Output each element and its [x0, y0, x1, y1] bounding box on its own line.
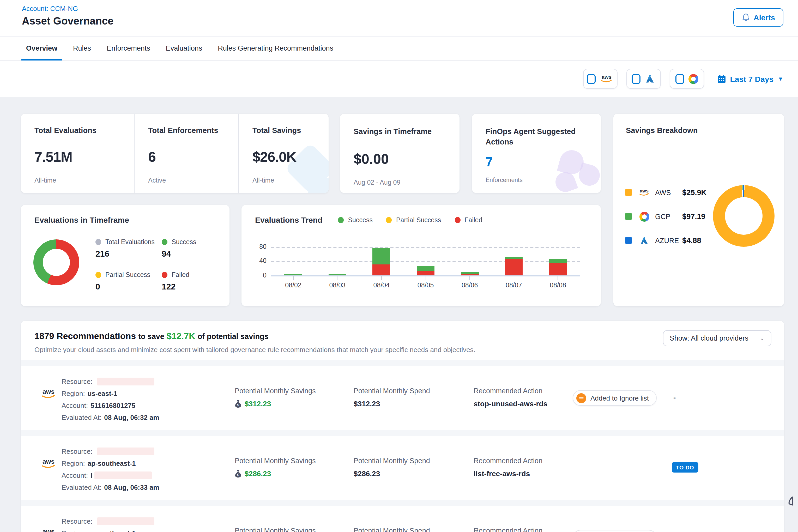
- gcp-checkbox[interactable]: [675, 74, 684, 84]
- trend-bar-column: [536, 244, 580, 276]
- savings-timeframe-range: Aug 02 - Aug 09: [354, 179, 459, 186]
- bar-segment-failed: [417, 271, 435, 276]
- x-axis-label: 08/03: [315, 277, 359, 289]
- svg-text:$: $: [237, 403, 239, 407]
- stat-caption: All-time: [252, 177, 328, 184]
- todo-status-badge[interactable]: TO DO: [672, 462, 698, 473]
- aws-logo-icon: aws: [638, 188, 651, 197]
- money-bag-icon: $: [235, 470, 242, 477]
- recommendations-save-text: to save: [138, 332, 164, 341]
- row-separator: [21, 500, 784, 506]
- x-axis-label: 08/05: [403, 277, 448, 289]
- cloud-provider-filter-dropdown[interactable]: Show: All cloud providers ⌄: [663, 330, 772, 346]
- legend-partial-success: Partial Success 0: [95, 271, 150, 291]
- aws-logo-icon: aws: [40, 388, 57, 400]
- legend-dot: [162, 272, 167, 278]
- tab-rules[interactable]: Rules: [73, 37, 91, 60]
- region-value: ap-southeast-1: [88, 529, 136, 532]
- dropdown-value: Show: All cloud providers: [670, 334, 748, 342]
- potential-monthly-savings: Potential Monthly Savings $$286.23: [235, 527, 316, 532]
- legend-value: 216: [95, 249, 155, 259]
- legend-item-azure: AZURE $4.88: [625, 233, 707, 248]
- azure-filter-card[interactable]: [626, 69, 661, 89]
- asset-governance-page: Account: CCM-NG Asset Governance Alerts …: [0, 0, 798, 532]
- x-axis-label: 08/02: [271, 277, 315, 289]
- potential-monthly-spend: Potential Monthly Spend $286.23: [354, 457, 430, 478]
- y-axis-tick: 80: [249, 243, 267, 250]
- date-range-picker[interactable]: Last 7 Days ▼: [717, 74, 783, 83]
- trend-legend-partial-success: Partial Success: [386, 216, 441, 224]
- azure-checkbox[interactable]: [632, 74, 641, 84]
- stat-caption: All-time: [34, 177, 134, 184]
- legend-dot: [162, 239, 167, 245]
- region-value: ap-southeast-1: [88, 459, 136, 467]
- trend-bar-chart: [271, 244, 580, 276]
- evaluations-donut-chart: [33, 240, 79, 285]
- finops-caption: Enforcements: [486, 177, 601, 183]
- totals-stat-card: Total Evaluations 7.51M All-time Total E…: [21, 114, 328, 193]
- bar-segment-success: [373, 248, 391, 264]
- azure-logo-icon: [645, 74, 655, 83]
- svg-text:aws: aws: [42, 388, 55, 395]
- aws-logo-icon: aws: [600, 74, 613, 83]
- recommendation-row[interactable]: aws Resource: Region:us-east-1 Account:5…: [21, 366, 784, 430]
- bar-segment-success: [461, 272, 478, 274]
- savings-timeframe-card: Savings in Timeframe $0.00 Aug 02 - Aug …: [340, 114, 459, 193]
- tab-enforcements[interactable]: Enforcements: [107, 37, 150, 60]
- stat-title: Total Evaluations: [34, 126, 134, 135]
- legend-item-gcp: GCP $97.19: [625, 209, 707, 224]
- bar-segment-failed: [373, 264, 391, 276]
- card-title: Evaluations in Timeframe: [21, 205, 229, 224]
- recommendation-row[interactable]: aws Resource: Region:ap-southeast-1 Acco…: [21, 436, 784, 500]
- filter-bar: aws Last 7 Days ▼: [0, 60, 798, 97]
- bar-segment-success: [285, 273, 302, 276]
- gcp-filter-card[interactable]: [669, 69, 704, 89]
- y-axis-tick: 0: [249, 272, 267, 279]
- tab-bar: Overview Rules Enforcements Evaluations …: [0, 37, 798, 60]
- page-title: Asset Governance: [22, 15, 113, 27]
- card-title: FinOps Agent Suggested Actions: [486, 126, 585, 147]
- recommended-action: Recommended Action stop-unused-aws-rds: [474, 387, 547, 408]
- trend-legend-success: Success: [338, 216, 373, 224]
- potential-monthly-savings: Potential Monthly Savings $$286.23: [235, 457, 316, 478]
- savings-value: $286.23: [245, 470, 271, 478]
- tab-rules-generating-recommendations[interactable]: Rules Generating Recommendations: [218, 37, 333, 60]
- account-link[interactable]: Account: CCM-NG: [22, 5, 78, 13]
- recommendations-amount: $12.7K: [167, 331, 195, 341]
- stat-total-enforcements: Total Enforcements 6 Active: [135, 114, 239, 193]
- empty-value-dash: -: [673, 393, 676, 402]
- legend-success: Success 94: [162, 239, 196, 259]
- stat-value: $26.0K: [252, 149, 328, 165]
- recommendations-suffix: of potential savings: [198, 332, 269, 341]
- azure-logo-icon: [638, 236, 651, 245]
- legend-value: 0: [95, 282, 150, 291]
- provider-name: GCP: [655, 212, 682, 220]
- gcp-color-swatch: [625, 213, 632, 220]
- tab-overview[interactable]: Overview: [26, 37, 57, 60]
- alerts-button[interactable]: Alerts: [733, 8, 783, 26]
- trend-bar-column: [403, 244, 448, 276]
- aws-checkbox[interactable]: [587, 74, 596, 84]
- x-axis-label: 08/04: [359, 277, 403, 289]
- aws-filter-card[interactable]: aws: [583, 69, 617, 89]
- resource-details: Resource: Region:ap-southeast-1 Account:…: [61, 515, 159, 532]
- svg-text:aws: aws: [602, 74, 612, 80]
- trend-bar-column: [492, 244, 536, 276]
- bar-segment-success: [417, 266, 435, 271]
- ignore-status-pill[interactable]: Added to Ignore list: [573, 530, 657, 532]
- legend-dot: [95, 239, 101, 245]
- resource-details: Resource: Region:ap-southeast-1 Account:…: [61, 445, 159, 493]
- card-title: Evaluations Trend: [255, 215, 322, 224]
- x-axis-label: 08/08: [536, 277, 580, 289]
- recommendation-row[interactable]: aws Resource: Region:ap-southeast-1 Acco…: [21, 506, 784, 532]
- stat-title: Total Savings: [252, 126, 328, 135]
- bar-segment-failed: [505, 260, 522, 276]
- tab-evaluations[interactable]: Evaluations: [166, 37, 202, 60]
- evaluated-at-value: 08 Aug, 06:33 am: [104, 483, 159, 491]
- legend-value: 94: [162, 249, 196, 259]
- ignore-status-pill[interactable]: Added to Ignore list: [573, 390, 657, 406]
- alerts-label: Alerts: [754, 13, 775, 22]
- legend-item-aws: aws AWS $25.9K: [625, 185, 707, 200]
- legend-total-evaluations: Total Evaluations 216: [95, 239, 155, 259]
- card-title: Savings Breakdown: [613, 114, 784, 135]
